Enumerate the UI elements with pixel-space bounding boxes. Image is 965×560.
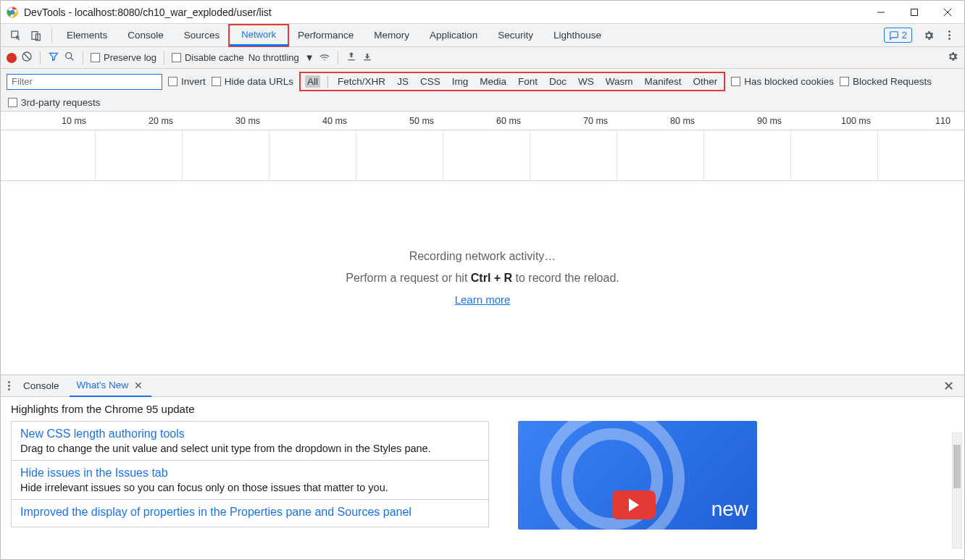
type-ws[interactable]: WS [576, 75, 596, 88]
drawer-tab-console[interactable]: Console [16, 375, 67, 397]
highlight-card[interactable]: Improved the display of properties in th… [11, 499, 489, 527]
type-all[interactable]: All [305, 75, 320, 88]
filter-bar: Invert Hide data URLs All Fetch/XHR JS C… [1, 69, 964, 112]
card-title: Improved the display of properties in th… [20, 506, 480, 519]
tab-security[interactable]: Security [488, 24, 543, 47]
third-party-checkbox[interactable]: 3rd-party requests [8, 97, 958, 108]
drawer-menu-icon[interactable] [5, 381, 13, 390]
titlebar: DevTools - localhost:8080/ch10_war_explo… [1, 1, 964, 24]
highlight-cards: New CSS length authoring tools Drag to c… [11, 421, 489, 553]
type-img[interactable]: Img [450, 75, 471, 88]
throttling-label: No throttling [248, 52, 299, 63]
tick-label: 50 ms [409, 116, 434, 126]
network-settings-icon[interactable] [947, 51, 958, 64]
window-title: DevTools - localhost:8080/ch10_war_explo… [24, 7, 864, 18]
invert-checkbox[interactable]: Invert [168, 76, 206, 87]
svg-line-12 [71, 58, 74, 61]
learn-more-link[interactable]: Learn more [455, 293, 511, 306]
tick-label: 70 ms [583, 116, 608, 126]
svg-point-11 [66, 53, 72, 59]
drawer-close-icon[interactable]: ✕ [937, 378, 960, 394]
card-title: Hide issues in the Issues tab [20, 467, 480, 480]
drawer-tabstrip: Console What's New ✕ ✕ [1, 375, 964, 397]
drawer-subtitle: Highlights from the Chrome 95 update [1, 397, 964, 421]
more-menu-icon[interactable] [940, 26, 958, 45]
filter-icon[interactable] [48, 51, 59, 64]
tab-network-highlight: Network [228, 24, 289, 47]
scrollbar-thumb[interactable] [953, 445, 961, 488]
tick-label: 60 ms [496, 116, 521, 126]
svg-rect-3 [911, 9, 918, 15]
tick-label: 30 ms [235, 116, 260, 126]
blocked-requests-checkbox[interactable]: Blocked Requests [840, 76, 932, 87]
card-desc: Hide irrelevant issues so you can focus … [20, 482, 480, 493]
highlight-card[interactable]: Hide issues in the Issues tab Hide irrel… [11, 460, 489, 499]
network-conditions-icon[interactable] [319, 51, 330, 64]
upload-har-icon[interactable] [346, 51, 357, 64]
type-css[interactable]: CSS [418, 75, 443, 88]
type-fetch-xhr[interactable]: Fetch/XHR [335, 75, 388, 88]
recording-text: Recording network activity… [409, 250, 556, 263]
invert-label: Invert [181, 76, 206, 87]
tab-lighthouse[interactable]: Lighthouse [543, 24, 611, 47]
scrollbar[interactable] [952, 432, 962, 548]
timeline-ticks: 10 ms 20 ms 30 ms 40 ms 50 ms 60 ms 70 m… [1, 112, 964, 130]
type-wasm[interactable]: Wasm [603, 75, 635, 88]
main-tabstrip: Elements Console Sources Network Perform… [1, 24, 964, 47]
drawer-tab-whats-new[interactable]: What's New ✕ [70, 375, 152, 397]
shortcut-text: Ctrl + R [471, 272, 512, 284]
tab-sources[interactable]: Sources [174, 24, 230, 47]
close-button[interactable] [931, 1, 964, 23]
hide-data-urls-checkbox[interactable]: Hide data URLs [212, 76, 293, 87]
preserve-log-label: Preserve log [104, 52, 156, 63]
type-doc[interactable]: Doc [547, 75, 569, 88]
svg-point-13 [324, 59, 325, 61]
tick-label: 20 ms [149, 116, 173, 126]
promo-video[interactable]: new [518, 421, 757, 530]
type-font[interactable]: Font [516, 75, 540, 88]
tab-performance[interactable]: Performance [288, 24, 364, 47]
tab-application[interactable]: Application [419, 24, 488, 47]
highlight-card[interactable]: New CSS length authoring tools Drag to c… [11, 421, 489, 460]
tick-label: 40 ms [322, 116, 347, 126]
play-icon [612, 490, 656, 519]
download-har-icon[interactable] [362, 51, 373, 64]
issues-badge[interactable]: 2 [884, 28, 912, 43]
type-js[interactable]: JS [395, 75, 411, 88]
close-tab-icon[interactable]: ✕ [133, 375, 144, 396]
maximize-button[interactable] [898, 1, 931, 23]
tick-label: 100 ms [841, 116, 871, 126]
tick-label: 110 [935, 116, 951, 126]
preserve-log-checkbox[interactable]: Preserve log [91, 52, 156, 63]
issues-count: 2 [902, 30, 907, 41]
type-media[interactable]: Media [477, 75, 509, 88]
tab-console[interactable]: Console [117, 24, 174, 47]
inspect-element-icon[interactable] [7, 26, 25, 45]
device-toolbar-icon[interactable] [27, 26, 46, 45]
disable-cache-checkbox[interactable]: Disable cache [172, 52, 244, 63]
chrome-icon [7, 7, 18, 18]
record-button[interactable] [7, 53, 17, 63]
filter-input[interactable] [7, 74, 162, 90]
type-other[interactable]: Other [691, 75, 720, 88]
tab-network[interactable]: Network [230, 25, 288, 46]
tab-memory[interactable]: Memory [364, 24, 419, 47]
search-icon[interactable] [64, 51, 75, 64]
network-timeline[interactable]: 10 ms 20 ms 30 ms 40 ms 50 ms 60 ms 70 m… [1, 112, 964, 181]
has-blocked-cookies-checkbox[interactable]: Has blocked cookies [731, 76, 834, 87]
disable-cache-label: Disable cache [185, 52, 244, 63]
clear-icon[interactable] [21, 51, 33, 64]
network-toolbar: Preserve log Disable cache No throttling… [1, 47, 964, 69]
drawer-tab-label: What's New [77, 375, 129, 396]
type-manifest[interactable]: Manifest [642, 75, 683, 88]
throttling-select[interactable]: No throttling ▼ [248, 52, 314, 63]
tab-elements[interactable]: Elements [57, 24, 117, 47]
promo-text: new [711, 498, 748, 521]
settings-icon[interactable] [919, 26, 938, 45]
devtools-window: DevTools - localhost:8080/ch10_war_explo… [0, 0, 965, 560]
tick-label: 90 ms [757, 116, 782, 126]
hint-text: Perform a request or hit Ctrl + R to rec… [346, 272, 619, 285]
tick-label: 10 ms [62, 116, 86, 126]
minimize-button[interactable] [864, 1, 898, 23]
drawer-body: New CSS length authoring tools Drag to c… [1, 421, 964, 559]
